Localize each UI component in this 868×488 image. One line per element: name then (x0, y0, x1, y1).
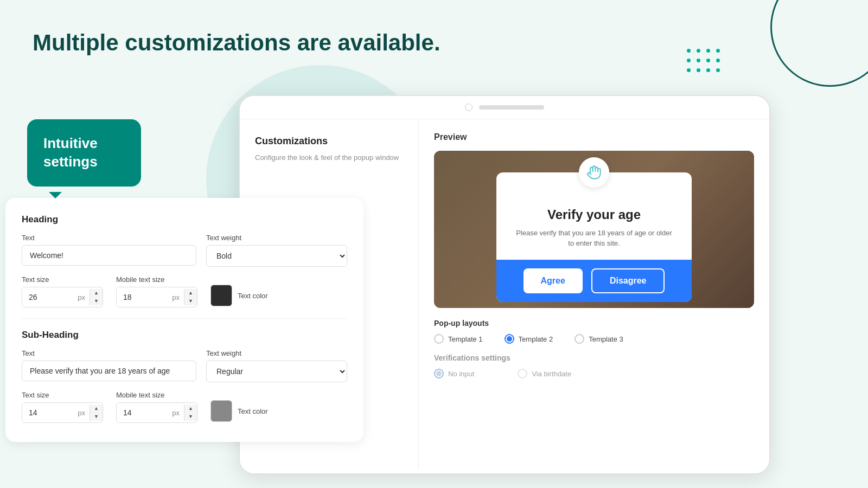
verifications-section: Verifications settings No input Via birt… (434, 354, 754, 378)
template-3-radio[interactable] (575, 334, 584, 344)
sub-text-input[interactable] (22, 361, 196, 381)
customizations-subtitle: Configure the look & feel of the popup w… (255, 152, 403, 163)
subheading-section-title: Sub-Heading (22, 330, 347, 341)
sub-size-input[interactable] (22, 403, 73, 422)
sub-size-down[interactable]: ▼ (90, 413, 103, 421)
via-birthdate-item[interactable]: Via birthdate (518, 369, 571, 378)
template-2-radio-inner (507, 336, 512, 342)
no-input-radio-inner (436, 371, 442, 376)
heading-size-label: Text size (22, 275, 103, 284)
tablet-pill (479, 105, 544, 110)
heading-size-input-wrap: px ▲ ▼ (22, 287, 103, 307)
template-3-item[interactable]: Template 3 (575, 334, 623, 344)
tooltip-bubble: Intuitivesettings (27, 119, 141, 187)
popup-preview: Verify your age Please verify that you a… (434, 151, 754, 308)
template-2-item[interactable]: Template 2 (505, 334, 553, 344)
heading-size-unit: px (73, 293, 90, 301)
tablet-camera (465, 104, 473, 111)
heading-section-title: Heading (22, 214, 347, 225)
template-2-label: Template 2 (519, 335, 553, 343)
agree-button[interactable]: Agree (524, 268, 583, 293)
no-input-radio[interactable] (434, 369, 444, 378)
sub-weight-label: Text weight (206, 349, 347, 357)
sub-mobile-down[interactable]: ▼ (184, 413, 197, 421)
preview-panel: Preview (419, 119, 769, 470)
heading-color-label: Text color (238, 292, 268, 300)
sub-size-input-wrap: px ▲ ▼ (22, 402, 103, 423)
template-3-label: Template 3 (589, 335, 623, 343)
heading-weight-select[interactable]: Bold Regular Light Medium (206, 245, 347, 267)
popup-layouts-title: Pop-up layouts (434, 319, 754, 328)
heading-mobile-input-wrap: px ▲ ▼ (116, 287, 197, 307)
popup-layouts-section: Pop-up layouts Template 1 Template 2 (434, 319, 754, 344)
preview-title: Preview (434, 132, 754, 142)
verifications-radio-group: No input Via birthdate (434, 369, 754, 378)
tooltip-text: Intuitivesettings (43, 134, 125, 171)
heading-size-input[interactable] (22, 287, 73, 307)
sub-text-label: Text (22, 349, 196, 357)
heading-text-input[interactable] (22, 245, 196, 266)
tablet-top-bar (240, 96, 769, 119)
no-input-item[interactable]: No input (434, 369, 474, 378)
sub-weight-select[interactable]: Regular Bold Light Medium (206, 361, 347, 382)
popup-card-subtitle: Please verify that you are 18 years of a… (514, 228, 674, 249)
sub-mobile-up[interactable]: ▲ (184, 404, 197, 413)
sub-size-unit: px (73, 409, 90, 417)
sub-color-swatch[interactable] (210, 400, 232, 422)
heading-mobile-down[interactable]: ▼ (184, 297, 197, 305)
decorative-circle (770, 0, 868, 87)
template-1-item[interactable]: Template 1 (434, 334, 483, 344)
heading-color-swatch[interactable] (210, 285, 232, 306)
layouts-radio-group: Template 1 Template 2 Template 3 (434, 334, 754, 344)
main-heading: Multiple customizations are available. (33, 30, 441, 56)
heading-text-label: Text (22, 234, 196, 242)
via-birthdate-radio[interactable] (518, 369, 527, 378)
sub-color-label: Text color (238, 407, 268, 415)
heading-mobile-unit: px (168, 293, 184, 301)
sub-size-label: Text size (22, 391, 103, 399)
popup-card-title: Verify your age (514, 207, 674, 222)
heading-mobile-arrows: ▲ ▼ (184, 289, 197, 305)
sub-size-arrows: ▲ ▼ (90, 404, 103, 421)
heading-size-down[interactable]: ▼ (90, 297, 103, 305)
no-input-label: No input (448, 370, 474, 378)
heading-size-up[interactable]: ▲ (90, 289, 103, 297)
heading-weight-label: Text weight (206, 234, 347, 242)
popup-overlay: Verify your age Please verify that you a… (434, 151, 754, 308)
heading-color-group: Text color (210, 285, 268, 307)
customizations-title: Customizations (255, 136, 403, 147)
popup-buttons: Agree Disagree (496, 260, 692, 302)
popup-card: Verify your age Please verify that you a… (496, 172, 692, 302)
disagree-button[interactable]: Disagree (591, 268, 665, 293)
sub-color-group: Text color (210, 400, 268, 423)
template-1-label: Template 1 (448, 335, 483, 343)
sub-mobile-input-wrap: px ▲ ▼ (116, 402, 197, 423)
heading-mobile-input[interactable] (117, 287, 168, 307)
settings-panel: Heading Text Text weight Bold Regular Li… (5, 198, 363, 442)
sub-mobile-input[interactable] (117, 403, 168, 422)
sub-mobile-arrows: ▲ ▼ (184, 404, 197, 421)
heading-mobile-up[interactable]: ▲ (184, 289, 197, 297)
heading-size-arrows: ▲ ▼ (90, 289, 103, 305)
popup-hand-icon (579, 157, 609, 188)
via-birthdate-label: Via birthdate (532, 370, 571, 378)
section-divider (22, 318, 347, 319)
dot-grid-decoration (687, 49, 722, 74)
sub-mobile-unit: px (168, 409, 184, 417)
template-2-radio[interactable] (505, 334, 514, 344)
heading-mobile-label: Mobile text size (116, 275, 197, 284)
template-1-radio[interactable] (434, 334, 444, 344)
sub-mobile-label: Mobile text size (116, 391, 197, 399)
sub-size-up[interactable]: ▲ (90, 404, 103, 413)
verifications-title: Verifications settings (434, 354, 754, 362)
